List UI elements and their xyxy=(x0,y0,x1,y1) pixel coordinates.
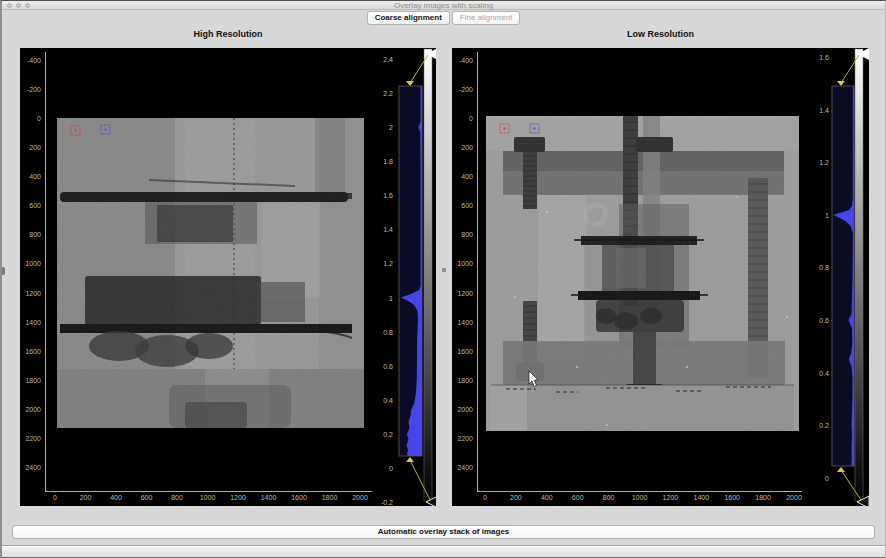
alignment-toolbar: Coarse alignment Fine alignment xyxy=(2,11,885,25)
right-colorbar xyxy=(855,49,863,501)
high-resolution-xray-image[interactable] xyxy=(57,118,364,428)
right-window-max-handle[interactable] xyxy=(837,81,845,86)
left-colorbar xyxy=(424,49,432,501)
right-panel-title: Low Resolution xyxy=(452,29,869,39)
left-figure-canvas xyxy=(20,48,436,506)
left-contrast-histogram[interactable] xyxy=(399,86,422,456)
right-window-min-handle[interactable] xyxy=(837,467,845,472)
right-figure-canvas xyxy=(452,48,869,506)
left-edge-nub xyxy=(2,267,5,275)
fine-alignment-button[interactable]: Fine alignment xyxy=(452,11,520,25)
high-resolution-figure: -400-20002004006008001000120014001600180… xyxy=(20,48,436,506)
bottom-status-bar xyxy=(2,545,885,558)
right-contrast-histogram[interactable] xyxy=(832,86,854,466)
window-title: Overlay images with scaling xyxy=(2,2,885,10)
low-resolution-xray-image[interactable] xyxy=(486,116,799,431)
low-resolution-figure: -400-20002004006008001000120014001600180… xyxy=(452,48,869,506)
panel-divider-grip[interactable] xyxy=(442,268,446,272)
app-window: Overlay images with scaling Coarse align… xyxy=(0,0,886,558)
left-window-max-handle[interactable] xyxy=(406,81,414,86)
left-window-min-handle[interactable] xyxy=(406,457,414,462)
title-bar: Overlay images with scaling xyxy=(2,1,885,10)
automatic-overlay-button[interactable]: Automatic overlay stack of images xyxy=(12,525,875,539)
left-panel-title: High Resolution xyxy=(20,29,436,39)
coarse-alignment-button[interactable]: Coarse alignment xyxy=(367,11,450,25)
